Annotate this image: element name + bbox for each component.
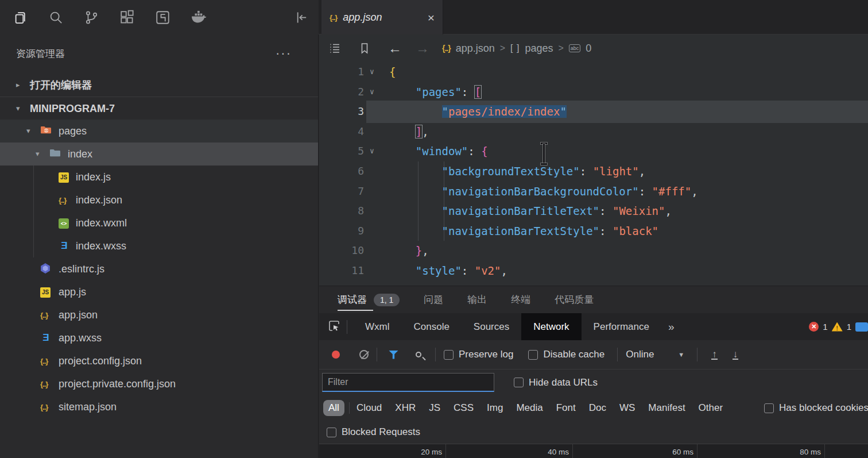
type-filter-other[interactable]: Other — [699, 402, 723, 414]
divider — [349, 402, 350, 414]
close-icon[interactable]: × — [428, 11, 435, 24]
files-icon[interactable] — [10, 7, 30, 27]
import-har-icon[interactable]: ↑ — [711, 350, 718, 360]
tree-item-sitemap-json[interactable]: {..}sitemap.json — [0, 395, 318, 418]
tree-item-index-wxss[interactable]: Ǝindex.wxss — [0, 234, 318, 257]
breadcrumb[interactable]: {..}app.json>[ ]pages>abc0 — [442, 43, 591, 55]
devtools-tab-wxml[interactable]: Wxml — [353, 313, 401, 340]
tree-item-pages[interactable]: ▾<>pages — [0, 120, 318, 143]
devtools-tab-sources[interactable]: Sources — [462, 313, 521, 340]
extensions-icon[interactable] — [117, 7, 137, 27]
panel-tab-问题[interactable]: 问题 — [424, 286, 443, 313]
tree-item-app-js[interactable]: JSapp.js — [0, 280, 318, 303]
tab-app-json[interactable]: {..} app.json × — [321, 0, 443, 34]
code-editor[interactable]: 1∨{2∨ "pages": [3 "pages/index/index"4 ]… — [319, 62, 868, 286]
layout-icon[interactable] — [153, 7, 172, 27]
type-filter-cloud[interactable]: Cloud — [356, 402, 382, 414]
code-line-1[interactable]: 1∨{ — [319, 62, 868, 82]
panel-tab-代码质量[interactable]: 代码质量 — [555, 286, 594, 313]
bookmark-icon[interactable] — [356, 40, 373, 57]
panel-tab-调试器[interactable]: 调试器1, 1 — [338, 286, 400, 313]
code-line-3[interactable]: 3 "pages/index/index" — [319, 102, 868, 122]
tree-item-index[interactable]: ▾index — [0, 143, 318, 166]
navigate-forward-icon[interactable]: → — [416, 41, 429, 55]
type-filter-img[interactable]: Img — [487, 402, 503, 414]
tree-item-app-json[interactable]: {..}app.json — [0, 303, 318, 326]
code-line-11[interactable]: 11 "style": "v2", — [319, 261, 868, 281]
code-line-7[interactable]: 7 "navigationBarBackgroundColor": "#fff"… — [319, 182, 868, 202]
code-line-2[interactable]: 2∨ "pages": [ — [319, 82, 868, 102]
array-icon: [ ] — [510, 43, 520, 53]
chevron-down-icon[interactable]: ▾ — [36, 143, 40, 166]
tree-item-index-wxml[interactable]: <>index.wxml — [0, 211, 318, 234]
type-filter-media[interactable]: Media — [516, 402, 542, 414]
tree-item-project-config-json[interactable]: {..}project.config.json — [0, 349, 318, 372]
type-filter-doc[interactable]: Doc — [589, 402, 606, 414]
fold-chevron-icon[interactable]: ∨ — [370, 82, 374, 102]
type-filter-manifest[interactable]: Manifest — [648, 402, 685, 414]
disable-cache-checkbox[interactable] — [528, 350, 538, 360]
code-line-6[interactable]: 6 "backgroundTextStyle": "light", — [319, 161, 868, 182]
source-control-icon[interactable] — [82, 7, 101, 27]
search-icon[interactable] — [46, 7, 65, 27]
ruler-label: 80 ms — [775, 448, 821, 456]
type-filter-ws[interactable]: WS — [619, 402, 635, 414]
devtools-tab-network[interactable]: Network — [521, 313, 581, 340]
type-filter-font[interactable]: Font — [556, 402, 576, 414]
panel-tab-终端[interactable]: 终端 — [511, 286, 530, 313]
fold-chevron-icon[interactable]: ∨ — [370, 141, 374, 161]
code-line-8[interactable]: 8 "navigationBarTitleText": "Weixin", — [319, 201, 868, 221]
breadcrumb-item[interactable]: app.json — [456, 43, 495, 55]
filter-icon[interactable] — [389, 351, 398, 359]
ruler-label: 60 ms — [648, 448, 693, 456]
filter-input[interactable] — [322, 373, 494, 392]
code-line-5[interactable]: 5∨ "window": { — [319, 141, 868, 161]
tree-item-eslintrc-js[interactable]: .eslintrc.js — [0, 257, 318, 280]
code-line-9[interactable]: 9 "navigationBarTextStyle": "black" — [319, 221, 868, 241]
blocked-requests-checkbox[interactable] — [327, 428, 336, 437]
explorer-sidebar: 资源管理器 ··· ▸打开的编辑器▾MINIPROGRAM-7▾<>pages▾… — [0, 34, 319, 458]
chevron-down-icon[interactable]: ▾ — [16, 97, 20, 120]
chevron-down-icon[interactable]: ▾ — [26, 120, 30, 143]
search-icon[interactable] — [416, 352, 421, 357]
error-icon[interactable]: ✕ — [809, 322, 819, 332]
chevron-right-icon[interactable]: ▸ — [16, 74, 20, 97]
hide-data-urls-checkbox[interactable] — [514, 378, 524, 387]
export-har-icon[interactable]: ↓ — [733, 350, 739, 360]
json-icon: {..} — [40, 378, 48, 390]
more-tabs-icon[interactable]: » — [661, 321, 681, 333]
breadcrumb-item[interactable]: 0 — [586, 43, 591, 55]
breadcrumb-item[interactable]: pages — [525, 43, 553, 55]
tree-item-index-json[interactable]: {..}index.json — [0, 188, 318, 211]
messages-icon[interactable] — [855, 322, 868, 332]
clear-icon[interactable] — [359, 350, 369, 359]
code-line-4[interactable]: 4 ], — [319, 122, 868, 142]
devtools-tab-performance[interactable]: Performance — [582, 313, 661, 340]
collapse-sidebar-icon[interactable] — [290, 7, 310, 27]
throttling-dropdown[interactable]: Online ▼ — [626, 349, 684, 360]
tree-item-index-js[interactable]: JSindex.js — [0, 166, 318, 188]
has-blocked-cookies-checkbox[interactable] — [764, 403, 774, 413]
type-filter-xhr[interactable]: XHR — [395, 402, 416, 414]
type-filter-js[interactable]: JS — [429, 402, 440, 414]
tree-item-miniprogram-7[interactable]: ▾MINIPROGRAM-7 — [0, 97, 318, 120]
tree-item-app-wxss[interactable]: Ǝapp.wxss — [0, 326, 318, 349]
devtools-tab-console[interactable]: Console — [401, 313, 461, 340]
navigate-back-icon[interactable]: ← — [388, 41, 402, 55]
outline-icon[interactable] — [326, 40, 343, 57]
blocked-requests-row: Blocked Requests — [319, 421, 868, 444]
docker-icon[interactable] — [188, 7, 208, 27]
tree-item-project-private-config-json[interactable]: {..}project.private.config.json — [0, 372, 318, 395]
inspect-element-icon[interactable] — [327, 319, 341, 335]
warning-icon[interactable]: ! — [832, 322, 843, 332]
type-filter-all[interactable]: All — [323, 400, 344, 416]
type-filter-css[interactable]: CSS — [454, 402, 474, 414]
code-line-10[interactable]: 10 }, — [319, 241, 868, 261]
record-icon[interactable] — [332, 351, 340, 359]
code-line-12[interactable]: 12 "sitemapLocation": "sitemap.json" — [319, 281, 868, 286]
fold-chevron-icon[interactable]: ∨ — [370, 62, 374, 82]
panel-tab-输出[interactable]: 输出 — [467, 286, 487, 313]
preserve-log-checkbox[interactable] — [444, 350, 454, 360]
tree-item-打开的编辑器[interactable]: ▸打开的编辑器 — [0, 74, 318, 97]
has-blocked-cookies-label: Has blocked cookies — [779, 402, 868, 414]
